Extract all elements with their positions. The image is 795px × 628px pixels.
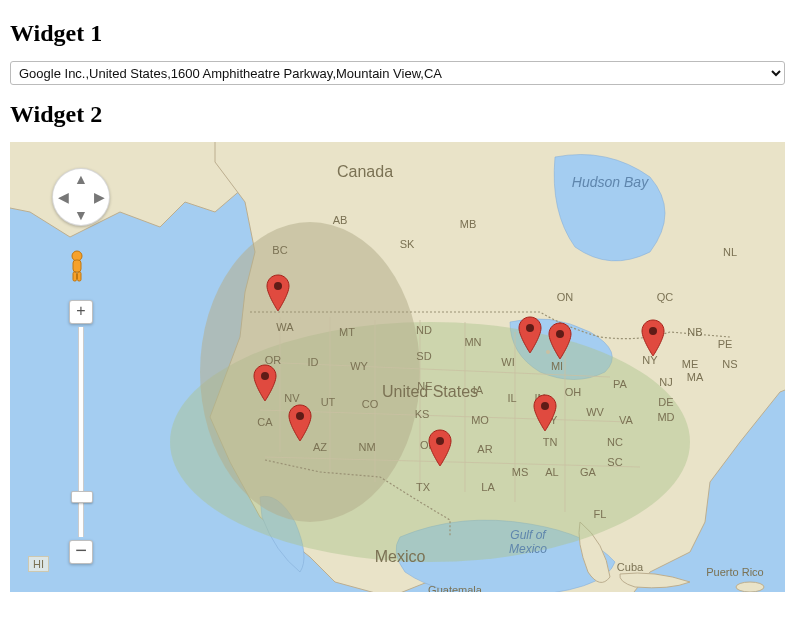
map-marker-seattle[interactable] bbox=[266, 274, 290, 312]
map-marker-texas[interactable] bbox=[428, 429, 452, 467]
map-pan-up-icon[interactable]: ▲ bbox=[73, 171, 89, 187]
map-marker-michigan[interactable] bbox=[548, 322, 572, 360]
svg-point-0 bbox=[736, 582, 764, 592]
map-inset-hi: HI bbox=[28, 556, 49, 572]
address-select[interactable]: Google Inc.,United States,1600 Amphithea… bbox=[10, 61, 785, 85]
map-marker-norcal[interactable] bbox=[253, 364, 277, 402]
map-zoom-in-button[interactable]: + bbox=[69, 300, 93, 324]
svg-rect-14 bbox=[73, 260, 81, 272]
map-pan-right-icon[interactable]: ▶ bbox=[91, 189, 107, 205]
map-land bbox=[10, 142, 785, 592]
map-pan-down-icon[interactable]: ▼ bbox=[73, 207, 89, 223]
svg-point-5 bbox=[274, 282, 282, 290]
streetview-pegman-icon[interactable] bbox=[64, 250, 90, 282]
svg-point-6 bbox=[261, 372, 269, 380]
map-pan-control: ▲ ▼ ◀ ▶ bbox=[52, 168, 110, 226]
widget1-heading: Widget 1 bbox=[10, 20, 785, 47]
map-marker-newyork[interactable] bbox=[641, 319, 665, 357]
map-marker-wisconsin[interactable] bbox=[518, 316, 542, 354]
svg-point-11 bbox=[649, 327, 657, 335]
map-marker-socal[interactable] bbox=[288, 404, 312, 442]
svg-point-9 bbox=[556, 330, 564, 338]
map[interactable]: Canada United States Mexico Hudson Bay G… bbox=[10, 142, 785, 592]
svg-point-7 bbox=[296, 412, 304, 420]
map-zoom-slider[interactable] bbox=[78, 327, 84, 537]
map-pan-left-icon[interactable]: ◀ bbox=[55, 189, 71, 205]
svg-point-2 bbox=[200, 222, 420, 522]
svg-rect-15 bbox=[73, 272, 77, 281]
svg-point-8 bbox=[526, 324, 534, 332]
svg-rect-16 bbox=[78, 272, 82, 281]
widget2-heading: Widget 2 bbox=[10, 101, 785, 128]
svg-point-10 bbox=[541, 402, 549, 410]
map-zoom-thumb[interactable] bbox=[71, 491, 93, 503]
map-zoom-out-button[interactable]: − bbox=[69, 540, 93, 564]
map-zoom-control: + − bbox=[70, 300, 92, 564]
map-marker-tennessee[interactable] bbox=[533, 394, 557, 432]
svg-point-12 bbox=[436, 437, 444, 445]
